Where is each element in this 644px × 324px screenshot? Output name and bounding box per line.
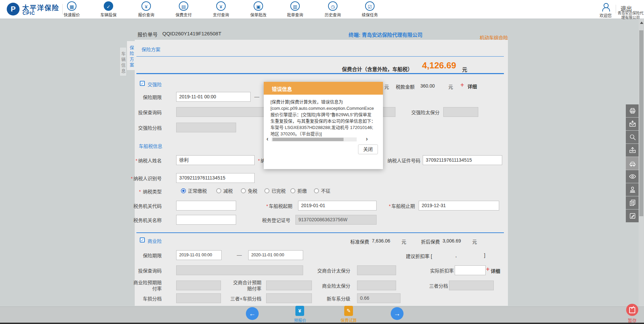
payment-query-icon: ¥ (216, 1, 226, 11)
check-icon: ✓ (631, 304, 635, 311)
vessel-tax-start-input[interactable]: 2019-01-01 (298, 201, 377, 210)
tax-org-name-input[interactable] (176, 215, 236, 225)
nav-item-renewal-task[interactable]: ☑ 续保任务 (356, 1, 383, 18)
disc-premium-label: 折后保费 (421, 238, 440, 245)
tax-reg-no-input: 91370200863623756W (295, 215, 377, 225)
radio-not-levied[interactable]: 不征 (314, 187, 330, 194)
nav-label: 车辆投保 (95, 12, 122, 18)
nav-label: 历史查询 (319, 12, 346, 18)
nav-item-payment-query[interactable]: ¥ 支付查询 (207, 1, 234, 18)
tab-vehicle-info[interactable]: 车辆信息 (120, 47, 127, 76)
nav-label: 批单查询 (282, 12, 309, 18)
edit-icon[interactable] (626, 209, 639, 222)
documents-icon[interactable] (626, 196, 639, 209)
compulsory-tier-input (176, 123, 236, 132)
commercial-detail-button[interactable]: 详细 (491, 267, 500, 274)
compulsory-detail-button[interactable]: 详细 (468, 83, 477, 90)
plus-icon[interactable]: + (486, 266, 490, 272)
nav-item-vehicle-insure[interactable]: ✓ 车辆投保 (95, 1, 122, 18)
tax-reg-no-label: 税务登记证号 (253, 217, 290, 223)
error-dialog-title: 错误信息 (272, 85, 292, 92)
vessel-tax-end-input[interactable]: 2019-12-31 (419, 201, 499, 210)
radio-exempt-tax[interactable]: 免税 (241, 187, 257, 194)
calculator-icon: ▦ (67, 1, 76, 11)
required-marker: * (136, 158, 137, 164)
nav-item-history-query[interactable]: ◷ 历史查询 (319, 1, 346, 18)
taxpayer-id-input[interactable]: 370921197611134515 (176, 173, 255, 183)
commercial-period-end-input[interactable]: 2020-11-01 00:00 (248, 250, 303, 260)
eye-icon[interactable] (626, 170, 639, 183)
combo-loss-input (266, 281, 312, 290)
damage-tier-label: 车损分档 (137, 296, 162, 302)
forward-button[interactable]: → (391, 307, 404, 320)
prequote-icon[interactable]: ¥ (295, 306, 304, 316)
top-header: P 太平洋保险 CPIC ▦ 快速报价 ✓ 车辆投保 ¥ 报价查询 ▤ 保费支付… (0, 0, 644, 19)
car-icon[interactable] (626, 157, 639, 170)
premium-trial-icon[interactable]: ✎ (344, 306, 353, 316)
nav-item-endorse-query[interactable]: ▥ 批单查询 (282, 1, 309, 18)
radio-reduced-tax[interactable]: 减税 (216, 187, 233, 194)
export-icon[interactable] (626, 144, 639, 157)
radio-tax-paid[interactable]: 已完税 (264, 187, 286, 194)
tax-type-radio-group: 正常缴税 减税 免税 已完税 拒缴 不征 (181, 187, 383, 194)
mail-send-icon[interactable] (626, 118, 639, 130)
compulsory-checkbox[interactable]: ✓ (140, 81, 145, 86)
period-label: 保险期限 (125, 94, 162, 100)
renewal-task-icon: ☑ (365, 1, 375, 11)
taxpayer-name-input[interactable]: 徐利 (176, 155, 255, 165)
divider-line (136, 73, 504, 74)
premium-trial-button[interactable]: 保费试算 (338, 317, 359, 323)
cpic-logo-icon: P (7, 3, 20, 15)
third-plus-damage-tier-label: 三者+车损分档 (225, 296, 261, 302)
nav-item-policy-endorse[interactable]: ▣ 保单批改 (245, 1, 272, 18)
tab-insurance-plan[interactable]: 保险方案 (127, 41, 135, 70)
actual-discount-label: 实际折扣率 (425, 268, 454, 274)
nav-label: 续保任务 (356, 12, 383, 18)
search-icon[interactable] (626, 131, 639, 143)
nav-label: 报价查询 (133, 12, 160, 18)
nav-item-premium-pay[interactable]: ▤ 保费支付 (170, 1, 197, 18)
radio-refuse-pay[interactable]: 拒缴 (290, 187, 307, 194)
commercial-cpic-score-input (357, 281, 396, 290)
stamp-icon[interactable] (626, 183, 639, 196)
tax-amount-unit: 元 (448, 83, 453, 90)
terminal-agency[interactable]: 终端: 青岛安达保险代理有限公司 (349, 31, 422, 38)
scroll-up-icon[interactable] (640, 22, 643, 24)
vessel-tax-start-label: *车船税起期 (255, 203, 292, 209)
compulsory-period-start-input[interactable]: 2019-11-01 00:00 (176, 92, 251, 102)
dialog-close-button[interactable]: 关闭 (358, 144, 378, 154)
nav-item-quick-quote[interactable]: ▦ 快速报价 (58, 1, 85, 18)
disc-premium-value: 3,006.69 (443, 238, 461, 244)
taxpayer-cert-no-input[interactable]: 370921197611134515 (423, 155, 502, 165)
dialog-hscrollbar-track[interactable] (271, 137, 357, 141)
policy-endorse-icon: ▣ (254, 1, 263, 11)
commercial-checkbox[interactable]: ✓ (140, 237, 145, 242)
page-scrollbar-thumb[interactable] (639, 30, 643, 216)
taxpayer-id-label: *纳税人识别号 (121, 175, 162, 182)
back-button[interactable]: ← (246, 307, 259, 320)
chevron-right-icon[interactable]: › (366, 136, 368, 142)
actual-discount-input[interactable] (455, 265, 486, 275)
damage-tier-input (176, 293, 221, 303)
dialog-hscrollbar-thumb[interactable] (272, 138, 344, 141)
nav-label: 保单批改 (245, 12, 272, 18)
divider-line (136, 232, 504, 233)
check-icon: ✓ (140, 81, 144, 86)
nav-label: 快速报价 (58, 12, 85, 18)
prequote-button[interactable]: 预报价 (291, 317, 309, 323)
plus-icon[interactable]: + (460, 82, 464, 88)
screen: P 太平洋保险 CPIC ▦ 快速报价 ✓ 车辆投保 ¥ 报价查询 ▤ 保费支付… (0, 0, 644, 324)
premium-pay-icon: ▤ (179, 1, 188, 11)
nav-item-quote-query[interactable]: ¥ 报价查询 (133, 1, 160, 18)
third-plus-damage-tier-input (266, 293, 312, 303)
plan-tab-header[interactable]: 保险方案 (141, 46, 160, 53)
history-query-icon: ◷ (328, 1, 337, 11)
chevron-left-icon[interactable]: ‹ (266, 136, 268, 142)
compulsory-tier-label: 交强险分档 (125, 125, 162, 131)
printer-icon[interactable] (626, 104, 639, 117)
radio-normal-tax[interactable]: 正常缴税 (181, 187, 207, 194)
tax-org-code-input[interactable] (176, 201, 236, 210)
temp-save-icon[interactable]: ✓ (626, 304, 638, 316)
commercial-period-start-input[interactable]: 2019-11-01 00:00 (176, 250, 222, 260)
partial-unit-text: 元 (384, 83, 389, 90)
